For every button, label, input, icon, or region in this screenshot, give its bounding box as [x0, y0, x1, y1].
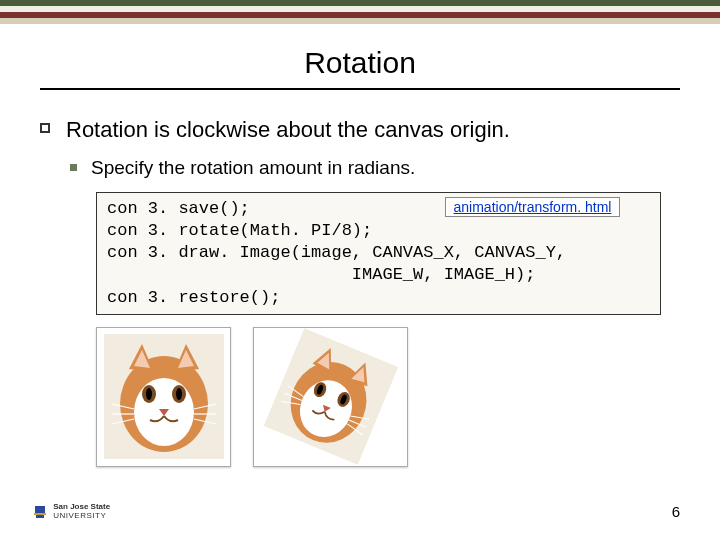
original-image-frame — [96, 327, 231, 467]
file-link-badge[interactable]: animation/transform. html — [445, 197, 620, 217]
bullet-icon — [40, 123, 50, 133]
code-line: con 3. rotate(Math. PI/8); — [107, 220, 650, 242]
svg-point-10 — [176, 388, 182, 400]
logo-icon — [32, 504, 48, 520]
code-line: IMAGE_W, IMAGE_H); — [107, 264, 650, 286]
sub-bullet-icon — [70, 164, 77, 171]
cat-image-rotated — [263, 328, 398, 465]
example-images-row — [96, 327, 680, 467]
cat-image-original — [104, 334, 224, 459]
svg-point-9 — [146, 388, 152, 400]
main-bullet-text: Rotation is clockwise about the canvas o… — [66, 116, 510, 144]
code-line: con 3. restore(); — [107, 287, 650, 309]
university-logo: San Jose State UNIVERSITY — [32, 503, 110, 520]
file-link[interactable]: animation/transform. html — [454, 199, 612, 215]
sub-bullet-text: Specify the rotation amount in radians. — [91, 156, 415, 181]
slide-title: Rotation — [0, 24, 720, 88]
code-line: con 3. draw. Image(image, CANVAS_X, CANV… — [107, 242, 650, 264]
code-example-box: animation/transform. html con 3. save();… — [96, 192, 661, 314]
logo-line2: UNIVERSITY — [53, 511, 106, 520]
decorative-top-stripes — [0, 0, 720, 24]
svg-rect-37 — [34, 513, 46, 515]
svg-rect-36 — [35, 506, 45, 513]
page-number: 6 — [672, 503, 680, 520]
rotated-image-frame — [253, 327, 408, 467]
svg-rect-38 — [36, 515, 44, 518]
